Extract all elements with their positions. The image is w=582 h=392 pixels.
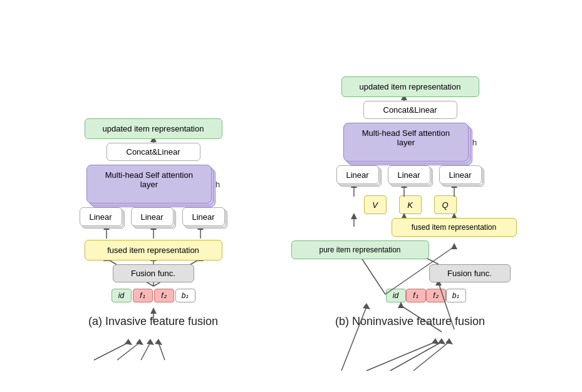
svg-marker-19 xyxy=(125,339,132,345)
pure-wrapper-b: pure item representation xyxy=(285,240,536,259)
svg-marker-25 xyxy=(155,339,162,345)
mhsa-label-a: Multi-head Self attentionlayer xyxy=(86,165,212,204)
linear-label-1-a: Linear xyxy=(80,207,122,226)
mhsa-b: Multi-head Self attentionlayer h xyxy=(343,123,477,162)
concat-box-b: Concat&Linear xyxy=(363,101,457,119)
linear-row-b: Linear Linear Linear xyxy=(336,165,484,189)
feat-f1-b: f₁ xyxy=(406,289,426,302)
svg-line-54 xyxy=(366,342,435,371)
fusion-box-a: Fusion func. xyxy=(113,264,194,282)
feature-row-b: id f₁ f₂ b₁ xyxy=(355,289,466,302)
fused-label-a: fused item representation xyxy=(85,240,222,260)
svg-marker-53 xyxy=(363,303,370,309)
updated-box-a: updated item representation xyxy=(85,118,222,139)
svg-marker-57 xyxy=(438,338,445,344)
vkq-row-b: V K Q xyxy=(364,195,457,214)
fusion-label-b: Fusion func. xyxy=(429,264,511,282)
linear-row-a: Linear Linear Linear xyxy=(80,207,227,231)
feat-f2-b: f₂ xyxy=(426,289,446,302)
linear-stack-3-a: Linear xyxy=(182,207,227,231)
concat-label-a: Concat&Linear xyxy=(107,143,200,161)
pure-label-b: pure item representation xyxy=(291,240,429,259)
feat-b1-a: b₁ xyxy=(175,289,195,302)
fusion-label-a: Fusion func. xyxy=(113,264,194,282)
caption-b: (b) Noninvasive feature fusion xyxy=(335,315,485,328)
svg-line-24 xyxy=(158,343,165,360)
fused-label-b: fused item representation xyxy=(392,218,517,237)
fusion-wrapper-b: Fusion func. xyxy=(285,264,536,282)
feat-f2-a: f₂ xyxy=(154,289,174,302)
linear-stack-1-b: Linear xyxy=(336,165,382,189)
svg-marker-55 xyxy=(432,338,439,344)
feat-id-a: id xyxy=(112,289,132,302)
svg-marker-17 xyxy=(150,307,157,314)
k-box-b: K xyxy=(399,195,422,214)
svg-line-56 xyxy=(390,342,442,371)
feat-id-b: id xyxy=(386,289,406,302)
updated-label-a: updated item representation xyxy=(85,118,222,139)
linear-label-2-b: Linear xyxy=(388,165,430,184)
diagram-b: updated item representation Concat&Linea… xyxy=(285,70,536,328)
svg-line-22 xyxy=(141,343,150,360)
updated-label-b: updated item representation xyxy=(341,76,479,97)
linear-label-2-a: Linear xyxy=(131,207,174,226)
linear-stack-2-b: Linear xyxy=(388,165,433,189)
fused-wrapper-b: fused item representation xyxy=(285,218,536,237)
diagram-a: updated item representation Concat&Linea… xyxy=(47,112,260,328)
concat-box-a: Concat&Linear xyxy=(107,143,200,161)
svg-line-20 xyxy=(117,343,140,360)
linear-stack-1-a: Linear xyxy=(80,207,125,231)
fused-box-a: fused item representation xyxy=(85,240,222,260)
feat-b1-b: b₁ xyxy=(446,289,466,302)
h-label-b: h xyxy=(472,138,477,147)
linear-label-3-a: Linear xyxy=(182,207,225,226)
svg-line-18 xyxy=(94,343,128,360)
feat-f1-a: f₁ xyxy=(133,289,153,302)
updated-box-b: updated item representation xyxy=(341,76,479,97)
feature-row-a: id f₁ f₂ b₁ xyxy=(112,289,195,302)
concat-label-b: Concat&Linear xyxy=(363,101,457,119)
svg-line-58 xyxy=(413,342,449,371)
main-container: updated item representation Concat&Linea… xyxy=(28,58,554,334)
mhsa-a: Multi-head Self attentionlayer h xyxy=(86,165,220,204)
linear-label-3-b: Linear xyxy=(439,165,482,184)
mhsa-label-b: Multi-head Self attentionlayer xyxy=(343,123,469,162)
svg-marker-59 xyxy=(445,338,453,344)
h-label-a: h xyxy=(216,180,220,189)
linear-stack-3-b: Linear xyxy=(439,165,484,189)
svg-marker-21 xyxy=(136,339,143,345)
q-box-b: Q xyxy=(434,195,457,214)
linear-stack-2-a: Linear xyxy=(131,207,176,231)
svg-marker-23 xyxy=(147,339,154,345)
linear-label-1-b: Linear xyxy=(336,165,379,184)
v-box-b: V xyxy=(364,195,387,214)
caption-a: (a) Invasive feature fusion xyxy=(88,315,218,328)
svg-marker-51 xyxy=(398,302,404,308)
